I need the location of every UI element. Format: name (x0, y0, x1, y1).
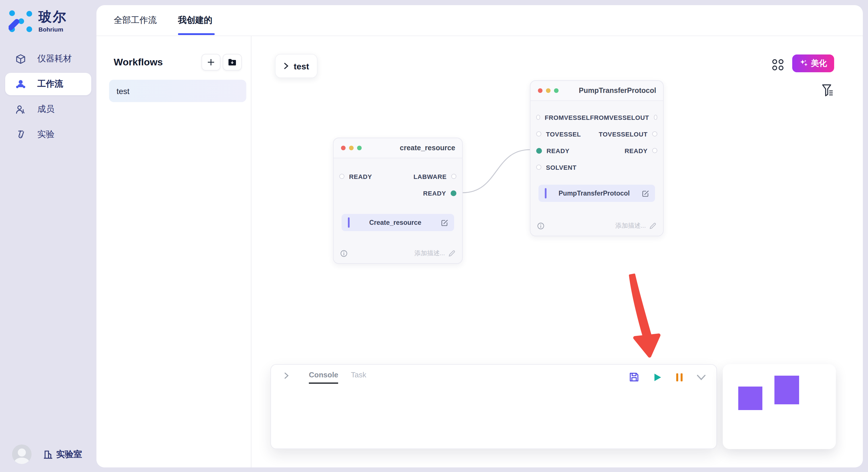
pill-label: PumpTransferProtocol (547, 190, 642, 197)
port-label: TOVESSELOUT (599, 131, 648, 137)
task-tab[interactable]: Task (351, 370, 366, 384)
console-tab[interactable]: Console (309, 370, 338, 384)
run-play-icon[interactable] (652, 372, 662, 382)
port-row: READY (334, 185, 462, 201)
node-header: PumpTransferProtocol (530, 81, 663, 101)
input-port-circle[interactable] (339, 174, 344, 179)
beautify-button[interactable]: 美化 (792, 55, 834, 72)
pencil-icon (448, 250, 455, 257)
port-label: LABWARE (414, 173, 446, 180)
breadcrumb-label: test (293, 61, 309, 71)
node-pill[interactable]: Create_resource (342, 214, 454, 231)
port-label: READY (349, 173, 372, 180)
sidebar-item-label: 实验 (37, 129, 55, 140)
port-label: READY (423, 190, 446, 196)
input-port-circle[interactable] (536, 115, 540, 120)
sidebar-item-instruments[interactable]: 仪器耗材 (5, 47, 91, 70)
workflow-list-item-test[interactable]: test (109, 80, 246, 102)
traffic-dots-icon (538, 88, 559, 93)
sidebar-item-label: 工作流 (37, 78, 63, 90)
tab-label: 我创建的 (178, 15, 212, 26)
brand-name-zh: 玻尔 (38, 9, 67, 24)
port-label: FROMVESSEL (545, 114, 590, 121)
workspace-label: 实验室 (56, 449, 82, 460)
package-icon (16, 54, 26, 64)
input-port-circle[interactable] (536, 165, 541, 170)
chevron-right-icon (283, 63, 288, 69)
node-footer: 添加描述... (340, 249, 455, 258)
console-actions (629, 372, 706, 382)
node-pill[interactable]: PumpTransferProtocol (538, 185, 655, 202)
filter-funnel-icon[interactable] (822, 84, 834, 98)
tab-my-created[interactable]: 我创建的 (178, 5, 212, 36)
workflow-list-panel: Workflows test (96, 36, 251, 467)
pill-label: Create_resource (350, 219, 441, 226)
description-placeholder: 添加描述... (414, 249, 445, 258)
save-icon[interactable] (629, 372, 640, 382)
port-row: READY LABWARE (334, 168, 462, 185)
brand-name-en: Bohrium (38, 26, 67, 33)
info-icon[interactable] (340, 250, 347, 257)
panel-title: Workflows (114, 57, 163, 68)
traffic-dots-icon (341, 146, 362, 150)
node-description-field[interactable]: 添加描述... (615, 222, 656, 230)
port-label: READY (625, 147, 648, 154)
sidebar: 玻尔 Bohrium 仪器耗材 工作流 (0, 0, 96, 472)
minimap-node-rect (738, 386, 763, 410)
flow-canvas[interactable]: test 美化 (251, 36, 863, 467)
annotation-arrow-head (635, 335, 659, 356)
active-tab-indicator (178, 33, 215, 35)
test-tube-icon (16, 129, 26, 140)
node-connection-edge (463, 150, 530, 193)
output-port-circle[interactable] (652, 131, 657, 136)
pause-icon[interactable] (675, 372, 684, 382)
port-row: READY READY (530, 142, 663, 159)
node-pump-transfer-protocol[interactable]: PumpTransferProtocol FROMVESSEL FROMVESS… (530, 80, 663, 236)
workspace-switcher[interactable]: 实验室 (43, 449, 82, 460)
sidebar-item-label: 仪器耗材 (37, 53, 72, 64)
tab-all-workflows[interactable]: 全部工作流 (114, 5, 157, 36)
output-port-circle[interactable] (654, 115, 657, 120)
node-footer: 添加描述... (537, 222, 656, 230)
minimap-node-rect (774, 376, 799, 404)
input-port-circle[interactable] (536, 131, 541, 136)
folder-download-icon (228, 59, 237, 66)
sidebar-item-experiments[interactable]: 实验 (5, 123, 91, 146)
tab-label: 全部工作流 (114, 15, 157, 26)
annotation-arrow-shaft (630, 274, 651, 338)
console-panel: Console Task (270, 364, 717, 449)
command-layout-icon[interactable] (771, 58, 785, 72)
port-row: SOLVENT (530, 159, 663, 175)
edit-icon[interactable] (642, 190, 649, 197)
output-port-circle[interactable] (451, 174, 456, 179)
output-port-circle[interactable] (451, 190, 456, 196)
info-icon[interactable] (537, 222, 544, 229)
input-port-circle[interactable] (536, 148, 542, 154)
user-avatar[interactable] (12, 444, 32, 464)
add-workflow-button[interactable] (202, 54, 220, 71)
node-title: PumpTransferProtocol (559, 87, 656, 95)
sidebar-item-workflow[interactable]: 工作流 (5, 73, 91, 95)
sidebar-footer: 实验室 (12, 444, 82, 464)
node-title: create_resource (362, 144, 455, 152)
main-content: 全部工作流 我创建的 Workflows (96, 5, 863, 467)
port-label: READY (547, 147, 569, 154)
port-label: SOLVENT (546, 164, 577, 171)
collapse-chevron-right-icon[interactable] (284, 372, 289, 379)
minimap[interactable] (723, 364, 836, 449)
output-port-circle[interactable] (652, 148, 657, 153)
port-row: FROMVESSEL FROMVESSELOUT (530, 109, 663, 126)
node-header: create_resource (334, 138, 462, 158)
sidebar-nav: 仪器耗材 工作流 成员 实验 (5, 47, 91, 146)
sparkles-icon (799, 59, 808, 68)
import-folder-button[interactable] (223, 54, 242, 71)
breadcrumb[interactable]: test (275, 54, 317, 78)
node-description-field[interactable]: 添加描述... (414, 249, 455, 258)
brand-logo: 玻尔 Bohrium (9, 9, 67, 33)
bohrium-logo-icon (9, 9, 33, 33)
node-create-resource[interactable]: create_resource READY LABWARE (333, 138, 463, 264)
sidebar-item-members[interactable]: 成员 (5, 98, 91, 121)
edit-icon[interactable] (441, 219, 448, 226)
beautify-label: 美化 (811, 58, 827, 69)
chevron-down-icon[interactable] (696, 374, 706, 380)
